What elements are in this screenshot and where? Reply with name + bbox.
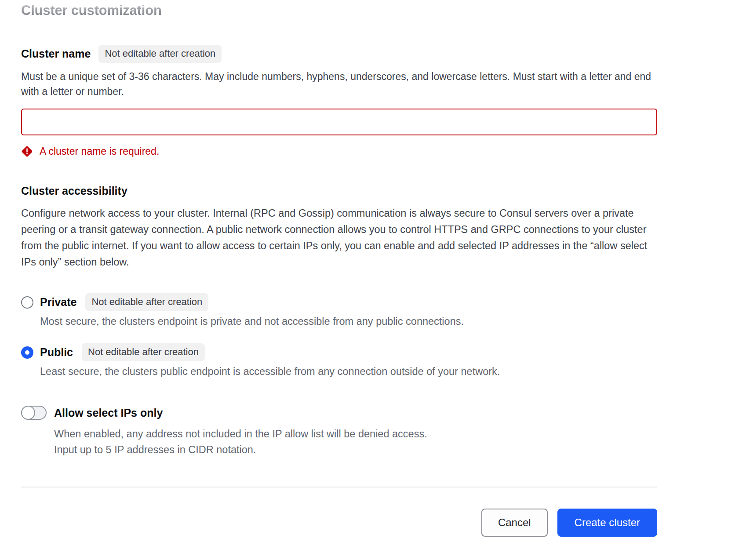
public-option-description: Least secure, the clusters public endpoi… — [40, 366, 657, 378]
toggle-knob — [21, 406, 35, 420]
radio-option-public: Public Not editable after creation — [21, 343, 657, 361]
private-radio-button[interactable] — [21, 296, 33, 309]
allow-select-ips-description-line2: Input up to 5 IP addresses in CIDR notat… — [54, 442, 657, 458]
cluster-name-badge: Not editable after creation — [98, 45, 222, 63]
allow-select-ips-row: Allow select IPs only — [21, 406, 657, 420]
cluster-name-label: Cluster name — [21, 47, 91, 60]
allow-select-ips-toggle[interactable] — [21, 406, 47, 420]
public-radio-button[interactable] — [21, 346, 33, 359]
private-option-description: Most secure, the clusters endpoint is pr… — [40, 316, 657, 327]
alert-diamond-icon — [21, 145, 33, 157]
cluster-name-error-text: A cluster name is required. — [40, 145, 159, 157]
cluster-name-input[interactable] — [21, 109, 657, 135]
public-radio-label: Public — [40, 346, 73, 359]
private-radio-label: Private — [40, 296, 76, 309]
allow-select-ips-description-line1: When enabled, any address not included i… — [54, 426, 657, 442]
page-title: Cluster customization — [21, 3, 657, 18]
cluster-name-label-row: Cluster name Not editable after creation — [21, 45, 657, 63]
allow-select-ips-label: Allow select IPs only — [54, 407, 163, 419]
cluster-accessibility-description: Configure network access to your cluster… — [21, 205, 657, 270]
cluster-name-error: A cluster name is required. — [21, 145, 657, 157]
cluster-accessibility-heading: Cluster accessibility — [21, 185, 657, 197]
create-cluster-button[interactable]: Create cluster — [557, 509, 657, 537]
cluster-customization-form: Cluster customization Cluster name Not e… — [21, 0, 657, 537]
footer-divider — [21, 487, 657, 487]
private-badge: Not editable after creation — [85, 293, 208, 311]
cluster-name-helper-text: Must be a unique set of 3-36 characters.… — [21, 69, 657, 99]
cancel-button[interactable]: Cancel — [481, 509, 548, 537]
public-badge: Not editable after creation — [82, 343, 205, 361]
allow-select-ips-description: When enabled, any address not included i… — [54, 426, 657, 458]
radio-option-private: Private Not editable after creation — [21, 293, 657, 311]
footer-actions: Cancel Create cluster — [21, 509, 657, 537]
